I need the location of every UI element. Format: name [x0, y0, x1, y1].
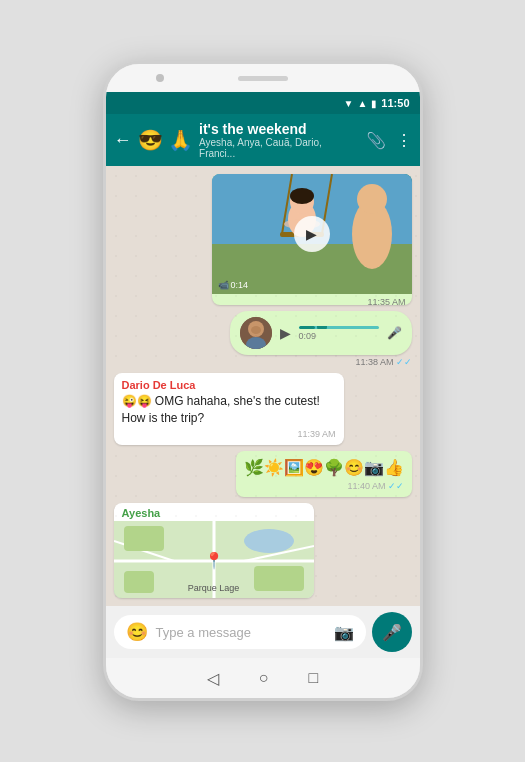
- phone-bottom-bar: ◁ ○ □: [106, 658, 420, 698]
- nav-recent-icon[interactable]: □: [309, 669, 319, 687]
- incoming-text-message: Dario De Luca 😜😝 OMG hahaha, she's the c…: [114, 373, 344, 445]
- wifi-icon: ▲: [357, 98, 367, 109]
- svg-point-14: [251, 326, 261, 334]
- phone-camera: [156, 74, 164, 82]
- emoji-footer: 11:40 AM ✓✓: [244, 481, 404, 491]
- svg-rect-23: [124, 571, 154, 593]
- mic-small-icon: 🎤: [387, 326, 402, 340]
- svg-point-7: [290, 188, 314, 204]
- phone-top-bar: [106, 64, 420, 92]
- nav-home-icon[interactable]: ○: [259, 669, 269, 687]
- video-timestamp: 11:35 AM: [212, 294, 412, 305]
- svg-rect-21: [124, 526, 164, 551]
- emoji-button[interactable]: 😊: [126, 621, 148, 643]
- svg-point-9: [357, 184, 387, 214]
- waveform-dot: [317, 326, 327, 329]
- mic-icon: 🎤: [382, 623, 402, 642]
- mic-button[interactable]: 🎤: [372, 612, 412, 652]
- signal-icon: ▼: [344, 98, 354, 109]
- paperclip-icon[interactable]: 📎: [366, 131, 386, 150]
- message-content: OMG hahaha, she's the cutest! How is the…: [122, 394, 320, 425]
- voice-avatar: [240, 317, 272, 349]
- camera-button[interactable]: 📷: [334, 623, 354, 642]
- emoji-checks: ✓✓: [388, 481, 404, 491]
- emoji-content: 🌿☀️🖼️😍🌳😊📷👍: [244, 457, 404, 479]
- app-header: ← 😎 🙏 it's the weekend Ayesha, Anya, Cau…: [106, 114, 420, 166]
- message-input[interactable]: Type a message: [156, 625, 326, 640]
- voice-checks: ✓✓: [396, 357, 412, 367]
- svg-rect-22: [254, 566, 304, 591]
- location-message: Ayesha 📍 Parque: [114, 503, 314, 598]
- svg-point-24: [244, 529, 294, 553]
- message-footer: 11:39 AM: [122, 429, 336, 439]
- voice-message: ▶ 0:09 🎤 11:38 AM ✓✓: [230, 311, 412, 367]
- message-time: 11:39 AM: [297, 429, 335, 439]
- voice-timestamp: 11:38 AM: [355, 357, 393, 367]
- voice-duration: 0:09: [299, 331, 379, 341]
- status-icons: ▼ ▲ ▮ 11:50: [344, 97, 410, 109]
- phone-speaker: [238, 76, 288, 81]
- chat-area: ▶ 📹 0:14 11:35 AM: [106, 166, 420, 606]
- location-sender: Ayesha: [114, 503, 314, 521]
- message-emojis: 😜😝: [122, 394, 152, 408]
- status-bar: ▼ ▲ ▮ 11:50: [106, 92, 420, 114]
- battery-icon: ▮: [371, 98, 377, 109]
- voice-play-button[interactable]: ▶: [280, 325, 291, 341]
- waveform-progress: [299, 326, 315, 329]
- chat-subtitle: Ayesha, Anya, Cauã, Dario, Franci...: [199, 137, 359, 159]
- emoji-time: 11:40 AM: [347, 481, 385, 491]
- header-info: it's the weekend Ayesha, Anya, Cauã, Dar…: [199, 121, 359, 159]
- status-time: 11:50: [381, 97, 409, 109]
- video-message: ▶ 📹 0:14 11:35 AM: [212, 174, 412, 305]
- voice-footer: 11:38 AM ✓✓: [230, 357, 412, 367]
- map-pin: 📍: [204, 551, 224, 570]
- message-text: 😜😝 OMG hahaha, she's the cutest! How is …: [122, 393, 336, 427]
- play-button[interactable]: ▶: [294, 216, 330, 252]
- message-input-container: 😊 Type a message 📷: [114, 615, 366, 649]
- chat-title: it's the weekend: [199, 121, 359, 137]
- message-sender: Dario De Luca: [122, 379, 336, 391]
- voice-bubble: ▶ 0:09 🎤: [230, 311, 412, 355]
- video-thumbnail[interactable]: ▶ 📹 0:14: [212, 174, 412, 294]
- nav-back-icon[interactable]: ◁: [207, 669, 219, 688]
- more-options-icon[interactable]: ⋮: [396, 131, 412, 150]
- phone-frame: ▼ ▲ ▮ 11:50 ← 😎 🙏 it's the weekend Ayesh…: [103, 61, 423, 701]
- group-emoji: 😎 🙏: [138, 128, 194, 152]
- video-duration: 📹 0:14: [218, 280, 249, 290]
- location-map[interactable]: 📍 Parque Lage: [114, 521, 314, 598]
- outgoing-emoji-message: 🌿☀️🖼️😍🌳😊📷👍 11:40 AM ✓✓: [236, 451, 412, 497]
- waveform: 0:09: [299, 326, 379, 341]
- back-button[interactable]: ←: [114, 130, 132, 151]
- input-area: 😊 Type a message 📷 🎤: [106, 606, 420, 658]
- map-label: Parque Lage: [188, 583, 240, 593]
- waveform-bar: [299, 326, 379, 329]
- header-actions: 📎 ⋮: [366, 131, 412, 150]
